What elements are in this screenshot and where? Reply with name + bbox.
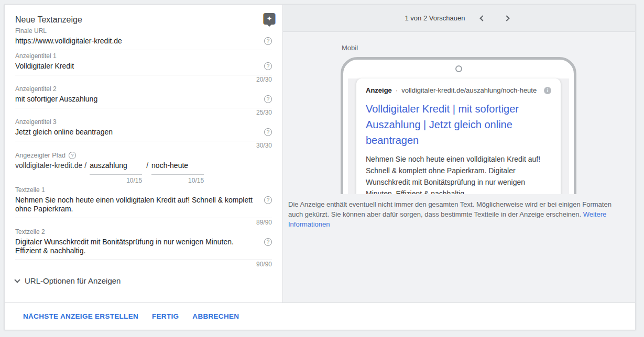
create-next-ad-button[interactable]: NÄCHSTE ANZEIGE ERSTELLEN	[16, 308, 145, 324]
description2-field[interactable]: Digitaler Wunschkredit mit Bonitätsprüfu…	[15, 238, 264, 255]
help-icon[interactable]: ?	[264, 62, 272, 70]
previous-preview-button[interactable]	[476, 12, 489, 25]
path1-counter: 10/15	[90, 177, 142, 184]
path2-counter: 10/15	[151, 177, 204, 184]
ad-headline-link[interactable]: Volldigitaler Kredit | mit sofortiger Au…	[366, 101, 551, 148]
description1-counter: 89/90	[15, 219, 272, 226]
headline2-counter: 25/30	[15, 109, 272, 116]
divider	[15, 260, 272, 260]
description1-label: Textzeile 1	[15, 187, 272, 194]
phone-screen: Anzeige · volldigitaler-kredit.de/auszah…	[348, 78, 569, 194]
preview-pager: 1 von 2 Vorschauen	[283, 5, 635, 32]
display-path-prefix: volldigitaler-kredit.de /	[15, 161, 86, 170]
divider	[15, 108, 272, 108]
chevron-right-icon	[504, 15, 510, 21]
info-icon[interactable]: i	[544, 87, 551, 94]
path-separator: /	[146, 161, 148, 170]
headline1-counter: 20/30	[15, 76, 272, 83]
ad-editor-card: Neue Textanzeige ✦ Finale URL https://ww…	[4, 4, 636, 330]
chevron-down-icon	[14, 277, 20, 283]
pager-text: 1 von 2 Vorschauen	[405, 14, 465, 22]
divider	[15, 75, 272, 75]
ad-preview-card: Anzeige · volldigitaler-kredit.de/auszah…	[356, 78, 561, 194]
headline2-field[interactable]: mit sofortiger Auszahlung	[15, 95, 264, 104]
editor-main: Neue Textanzeige ✦ Finale URL https://ww…	[5, 5, 635, 302]
headline2-label: Anzeigentitel 2	[15, 86, 272, 93]
next-preview-button[interactable]	[500, 12, 513, 25]
disclaimer-text: Die Anzeige enthält eventuell nicht imme…	[288, 200, 612, 218]
ad-badge: Anzeige	[366, 86, 392, 94]
footer-action-bar: NÄCHSTE ANZEIGE ERSTELLEN FERTIG ABBRECH…	[5, 302, 635, 330]
chevron-left-icon	[480, 15, 486, 21]
page-title: Neue Textanzeige	[15, 15, 272, 25]
path2-field[interactable]: noch-heute	[151, 161, 204, 175]
divider	[15, 141, 272, 141]
help-icon[interactable]: ?	[264, 95, 272, 103]
ad-description: Nehmen Sie noch heute einen volldigitale…	[366, 153, 551, 194]
description2-label: Textzeile 2	[15, 229, 272, 235]
text-ad-form: Neue Textanzeige ✦ Finale URL https://ww…	[5, 5, 282, 302]
headline3-counter: 30/30	[15, 142, 272, 149]
display-path-label: Angezeigter Pfad	[15, 152, 66, 159]
url-options-expander[interactable]: URL-Optionen für Anzeigen	[15, 276, 121, 285]
sparkle-pin-icon[interactable]: ✦	[264, 13, 275, 25]
description1-field[interactable]: Nehmen Sie noch heute einen volldigitale…	[15, 196, 264, 214]
help-icon[interactable]: ?	[69, 152, 76, 159]
preview-body: Mobil Anzeige · volldigitaler-kredit.de/…	[283, 32, 635, 302]
done-button[interactable]: FERTIG	[145, 308, 185, 324]
ad-preview-panel: 1 von 2 Vorschauen Mobil Anzeige ·	[282, 5, 635, 302]
headline3-field[interactable]: Jetzt gleich online beantragen	[15, 128, 264, 137]
phone-camera-icon	[455, 65, 462, 72]
preview-disclaimer: Die Anzeige enthält eventuell nicht imme…	[288, 199, 621, 229]
ad-dot-separator: ·	[396, 86, 398, 94]
path1-field[interactable]: auszahlung	[90, 161, 142, 175]
divider	[15, 218, 272, 218]
help-icon[interactable]: ?	[264, 238, 272, 246]
final-url-field[interactable]: https://www.volldigitaler-kredit.de	[15, 37, 264, 46]
headline1-field[interactable]: Volldigitaler Kredit	[15, 62, 264, 71]
device-label: Mobil	[342, 44, 358, 52]
headline1-label: Anzeigentitel 1	[15, 53, 272, 60]
url-options-label: URL-Optionen für Anzeigen	[25, 276, 121, 285]
cancel-button[interactable]: ABBRECHEN	[185, 308, 246, 324]
help-icon[interactable]: ?	[264, 196, 272, 204]
sparkle-glyph: ✦	[267, 15, 272, 23]
help-icon[interactable]: ?	[264, 128, 272, 136]
description2-counter: 90/90	[15, 261, 272, 268]
phone-mockup-clip: Anzeige · volldigitaler-kredit.de/auszah…	[341, 57, 576, 194]
divider	[15, 50, 272, 50]
headline3-label: Anzeigentitel 3	[15, 119, 272, 126]
phone-mockup: Anzeige · volldigitaler-kredit.de/auszah…	[341, 57, 576, 194]
final-url-label: Finale URL	[15, 28, 272, 35]
ad-display-url: volldigitaler-kredit.de/auszahlung/noch-…	[401, 86, 537, 94]
help-icon[interactable]: ?	[264, 37, 272, 45]
